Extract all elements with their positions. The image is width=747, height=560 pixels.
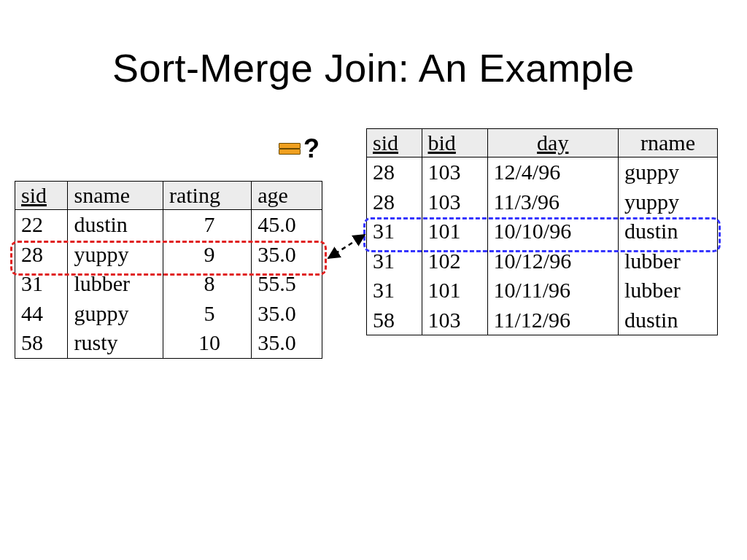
cell-day: 11/12/96 [487, 306, 619, 335]
col-sname: sname [68, 182, 163, 210]
sailors-table: sid sname rating age 22 dustin 7 45.0 28… [15, 181, 322, 359]
cell-rname: dustin [619, 306, 718, 335]
cell-age: 55.5 [252, 269, 322, 299]
table-header-row: sid bid day rname [367, 129, 718, 158]
table-row: 31 102 10/12/96 lubber [367, 246, 718, 276]
cell-bid: 103 [422, 187, 487, 217]
col-bid: bid [422, 129, 487, 158]
cell-rating: 5 [163, 299, 251, 329]
reserves-table: sid bid day rname 28 103 12/4/96 guppy 2… [366, 128, 718, 335]
cell-sname: lubber [68, 269, 163, 299]
cell-day: 10/10/96 [487, 217, 619, 246]
cell-rname: guppy [619, 158, 718, 187]
cell-bid: 103 [422, 158, 487, 187]
table-row: 28 103 11/3/96 yuppy [367, 187, 718, 217]
col-sid: sid [367, 129, 422, 158]
col-rating: rating [163, 182, 251, 210]
cell-rating: 10 [163, 328, 251, 358]
table-row: 58 rusty 10 35.0 [15, 328, 322, 358]
cell-age: 45.0 [252, 210, 322, 240]
cell-sname: yuppy [68, 240, 163, 270]
cell-sname: guppy [68, 299, 163, 329]
cell-rating: 9 [163, 240, 251, 270]
table-header-row: sid sname rating age [15, 182, 322, 210]
table-row: 28 103 12/4/96 guppy [367, 158, 718, 187]
table-row: 31 101 10/10/96 dustin [367, 217, 718, 246]
col-day: day [487, 129, 619, 158]
cell-sid: 22 [15, 210, 68, 240]
cell-day: 10/11/96 [487, 276, 619, 306]
col-age: age [252, 182, 322, 210]
cell-sid: 28 [15, 240, 68, 270]
equals-icon [279, 141, 301, 156]
cell-age: 35.0 [252, 299, 322, 329]
question-mark: ? [303, 136, 320, 162]
cell-rname: dustin [619, 217, 718, 246]
svg-line-0 [328, 235, 365, 258]
equals-question: ? [279, 136, 320, 162]
cell-rname: lubber [619, 276, 718, 306]
cell-age: 35.0 [252, 240, 322, 270]
table-row: 22 dustin 7 45.0 [15, 210, 322, 240]
cell-day: 11/3/96 [487, 187, 619, 217]
cell-rname: yuppy [619, 187, 718, 217]
cell-sid: 31 [367, 276, 422, 306]
cell-sid: 58 [15, 328, 68, 358]
cell-rname: lubber [619, 246, 718, 276]
cell-age: 35.0 [252, 328, 322, 358]
cell-sname: rusty [68, 328, 163, 358]
cell-sname: dustin [68, 210, 163, 240]
col-rname: rname [619, 129, 718, 158]
join-arrow-icon [324, 228, 369, 264]
cell-sid: 28 [367, 187, 422, 217]
table-row: 28 yuppy 9 35.0 [15, 240, 322, 270]
cell-sid: 31 [367, 217, 422, 246]
cell-bid: 101 [422, 276, 487, 306]
col-sid: sid [15, 182, 68, 210]
cell-sid: 58 [367, 306, 422, 335]
cell-day: 10/12/96 [487, 246, 619, 276]
table-row: 31 101 10/11/96 lubber [367, 276, 718, 306]
cell-sid: 31 [15, 269, 68, 299]
cell-rating: 8 [163, 269, 251, 299]
cell-bid: 101 [422, 217, 487, 246]
table-row: 44 guppy 5 35.0 [15, 299, 322, 329]
cell-rating: 7 [163, 210, 251, 240]
table-row: 58 103 11/12/96 dustin [367, 306, 718, 335]
cell-bid: 103 [422, 306, 487, 335]
cell-day: 12/4/96 [487, 158, 619, 187]
cell-sid: 44 [15, 299, 68, 329]
cell-sid: 28 [367, 158, 422, 187]
cell-sid: 31 [367, 246, 422, 276]
table-row: 31 lubber 8 55.5 [15, 269, 322, 299]
slide-title: Sort-Merge Join: An Example [0, 45, 747, 90]
cell-bid: 102 [422, 246, 487, 276]
